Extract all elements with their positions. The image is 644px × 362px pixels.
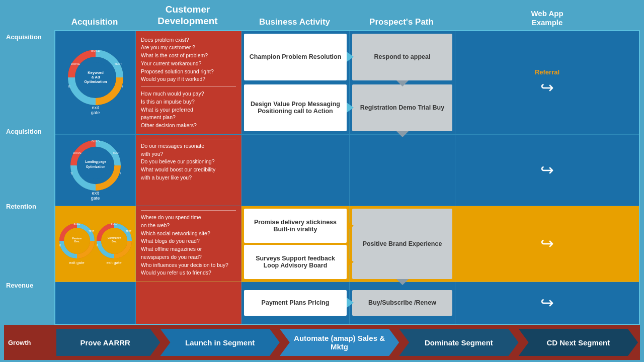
svg-text:TEST: TEST	[114, 62, 122, 65]
row-acquisition-1: Keyword & Ad Optimization BUILD TEST MEA…	[55, 31, 639, 134]
promise-arrow	[347, 221, 354, 231]
growth-arrow-1[interactable]: Prove AARRR	[56, 329, 160, 356]
circle-svg-2: Landing page Optimization BUILD TEST MEA…	[70, 140, 121, 191]
referral-arrow-1: ↪	[540, 79, 554, 97]
svg-text:& Ad: & Ad	[91, 75, 100, 79]
payment-box: Payment Plans Pricing	[244, 290, 347, 316]
header-col-4: Business Activity	[240, 17, 349, 27]
header-col-2: Web AppExample	[454, 9, 640, 27]
svg-text:MEASURE: MEASURE	[120, 172, 121, 175]
growth-row: Growth Prove AARRR Launch in Segment Aut…	[4, 325, 640, 360]
promise-box: Promise delivery stickiness Built-in vir…	[244, 209, 347, 243]
circle-diagram-2: Landing page Optimization BUILD TEST MEA…	[70, 140, 121, 201]
svg-text:Optimization: Optimization	[84, 79, 107, 84]
svg-text:VALIDATE: VALIDATE	[59, 244, 61, 246]
svg-text:Landing page: Landing page	[85, 160, 106, 164]
custdev-cell-1: Does problem exist? Are you my customer …	[136, 31, 242, 134]
svg-text:DRIVE: DRIVE	[70, 62, 79, 65]
circle-diagram-1: Keyword & Ad Optimization BUILD TEST MEA…	[68, 50, 123, 115]
registration-arrow-down	[396, 131, 409, 137]
circle-svg-feat: Feature Dev. BUILD TEST VALIDATE	[59, 223, 95, 258]
circle-cell-ret: Feature Dev. BUILD TEST VALIDATE exit ga…	[55, 206, 136, 282]
svg-text:BUILD: BUILD	[73, 223, 80, 225]
biz-cell-2	[242, 135, 350, 206]
svg-text:VALIDATE: VALIDATE	[97, 244, 98, 246]
row-retention: Feature Dev. BUILD TEST VALIDATE exit ga…	[55, 206, 639, 282]
main-grid-box: Keyword & Ad Optimization BUILD TEST MEA…	[54, 30, 640, 325]
circle-cell-rev	[55, 282, 136, 324]
referral-arrow-rev: ↪	[540, 294, 554, 312]
svg-text:Dev.: Dev.	[74, 240, 79, 243]
label-ret: Retention	[4, 200, 54, 279]
circle-cell-1: Keyword & Ad Optimization BUILD TEST MEA…	[55, 31, 136, 134]
buy-box: Buy/Subscribe /Renew	[352, 290, 452, 316]
custdev-cell-4	[136, 282, 242, 324]
design-box: Design Value Prop Messaging Positioning …	[244, 84, 347, 131]
svg-text:DRIVE: DRIVE	[73, 151, 82, 154]
exit-gate-feat: exit gate	[59, 260, 95, 265]
header-col-5: Prospect's Path	[349, 17, 454, 27]
growth-arrow-5[interactable]: CD Next Segment	[519, 329, 638, 356]
ref-cell-2: ↪	[455, 135, 639, 206]
circle-comm: Community Dev. BUILD TEST VALIDATE exit …	[97, 223, 132, 265]
growth-arrows: Prove AARRR Launch in Segment Automate (…	[56, 325, 638, 360]
svg-text:TEST: TEST	[88, 230, 94, 232]
referral-label: Referral	[535, 68, 559, 76]
design-arrow	[347, 103, 354, 113]
label-acq2: Acquisition	[4, 125, 54, 200]
main-container: Acquisition CustomerDevelopment Business…	[0, 0, 644, 362]
custdev-cell-3: Where do you spend time on the web? Whic…	[136, 206, 242, 282]
svg-text:Keyword: Keyword	[88, 70, 104, 75]
prosp-cell-2	[350, 135, 455, 206]
svg-text:TEST: TEST	[125, 230, 131, 232]
champion-box: Champion Problem Resolution	[244, 34, 347, 80]
growth-label: Growth	[6, 339, 56, 346]
web-app-header: Web AppExample	[531, 9, 563, 27]
referral-arrow-2: ↪	[540, 161, 554, 179]
ref-cell-ret: ↪	[455, 206, 639, 282]
payment-arrow	[347, 298, 354, 308]
biz-cell-rev: Payment Plans Pricing	[242, 282, 350, 324]
svg-text:BUILD: BUILD	[111, 223, 117, 225]
svg-text:Community: Community	[107, 236, 121, 239]
svg-text:VALIDATE: VALIDATE	[70, 172, 73, 175]
header-row: Acquisition CustomerDevelopment Business…	[4, 2, 640, 30]
biz-cell-1: Champion Problem Resolution Design Value…	[242, 31, 350, 134]
label-acq1: Acquisition	[4, 30, 54, 125]
champion-arrow	[347, 52, 354, 62]
svg-text:BUILD: BUILD	[91, 140, 99, 143]
prosp-cell-ret: Positive Brand Experience	[350, 206, 455, 282]
custdev-section2: How much would you pay? Is this an impul…	[141, 90, 236, 130]
ref-cell-1: Referral ↪	[455, 31, 639, 134]
positive-box: Positive Brand Experience	[352, 209, 452, 279]
labels-column: Acquisition Acquisition Retention Revenu…	[4, 30, 54, 325]
exit-gate-comm: exit gate	[97, 260, 132, 265]
dual-circles: Feature Dev. BUILD TEST VALIDATE exit ga…	[59, 223, 132, 265]
custdev-cell-2: Do our messages resonate with you? Do yo…	[136, 135, 242, 206]
exit-gate-1: exitgate	[68, 105, 123, 115]
header-col-1: Acquisition	[54, 17, 135, 27]
prosp-cell-rev: Buy/Subscribe /Renew	[350, 282, 455, 324]
growth-arrow-3[interactable]: Automate (amap) Sales & Mktg	[280, 329, 399, 356]
svg-text:MEASURE: MEASURE	[122, 85, 123, 88]
svg-text:TEST: TEST	[112, 151, 120, 154]
circle-svg-comm: Community Dev. BUILD TEST VALIDATE	[97, 223, 132, 258]
row-acquisition-2: Landing page Optimization BUILD TEST MEA…	[55, 134, 639, 206]
growth-arrow-4[interactable]: Dominate Segment	[399, 329, 518, 356]
respond-arrow-down	[396, 80, 409, 86]
growth-arrow-2[interactable]: Launch in Segment	[160, 329, 279, 356]
label-rev: Revenue	[4, 279, 54, 325]
circle-cell-2: Landing page Optimization BUILD TEST MEA…	[55, 135, 136, 206]
surveys-arrow	[347, 257, 354, 267]
ref-cell-rev: ↪	[455, 282, 639, 324]
referral-arrow-ret: ↪	[540, 235, 554, 252]
biz-cell-ret: Promise delivery stickiness Built-in vir…	[242, 206, 350, 282]
custdev-section1: Does problem exist? Are you my customer …	[141, 36, 236, 84]
circle-svg-1: Keyword & Ad Optimization BUILD TEST MEA…	[68, 50, 123, 105]
header-col-3: CustomerDevelopment	[135, 4, 240, 27]
positive-arrow-down	[396, 279, 409, 285]
respond-box: Respond to appeal	[352, 34, 452, 80]
svg-text:Optimization: Optimization	[86, 164, 105, 168]
registration-box: Registration Demo Trial Buy	[352, 84, 452, 131]
svg-text:Dev.: Dev.	[112, 240, 117, 242]
